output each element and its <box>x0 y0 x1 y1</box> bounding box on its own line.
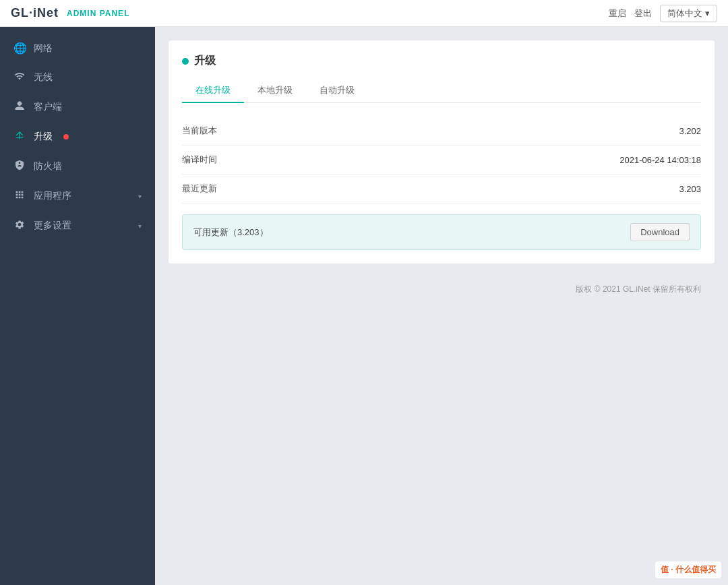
logo-text: GL·iNet <box>11 6 59 20</box>
latest-version-row: 最近更新 3.203 <box>182 175 701 204</box>
footer: 版权 © 2021 GL.iNet 保留所有权利 <box>169 277 715 302</box>
sidebar-label-clients: 客户端 <box>34 101 62 113</box>
compile-time-label: 编译时间 <box>182 154 217 166</box>
header-actions: 重启 登出 简体中文 ▾ <box>609 5 717 22</box>
compile-time-row: 编译时间 2021-06-24 14:03:18 <box>182 146 701 175</box>
compile-time-value: 2021-06-24 14:03:18 <box>619 155 701 165</box>
apps-icon <box>13 189 26 203</box>
update-available-label: 可用更新（3.203） <box>193 226 268 239</box>
admin-panel-label: ADMIN PANEL <box>67 9 129 18</box>
download-button[interactable]: Download <box>630 223 690 241</box>
sidebar-item-apps[interactable]: 应用程序 ▾ <box>0 181 155 211</box>
update-available-row: 可用更新（3.203） Download <box>182 214 701 250</box>
sidebar-label-upgrade: 升级 <box>34 131 53 143</box>
latest-version-value: 3.203 <box>679 184 701 194</box>
tab-auto-upgrade[interactable]: 自动升级 <box>306 79 368 103</box>
logout-button[interactable]: 登出 <box>634 7 652 20</box>
current-version-value: 3.202 <box>679 126 701 136</box>
sidebar-item-clients[interactable]: 客户端 <box>0 92 155 122</box>
upgrade-tabs: 在线升级 本地升级 自动升级 <box>182 79 701 103</box>
upgrade-card: 升级 在线升级 本地升级 自动升级 当前版本 3.202 编译时间 <box>169 40 715 264</box>
upgrade-icon <box>13 130 26 144</box>
apps-arrow-icon: ▾ <box>138 193 142 200</box>
restart-button[interactable]: 重启 <box>609 7 626 20</box>
sidebar-item-wireless[interactable]: 无线 <box>0 63 155 92</box>
sidebar-item-firewall[interactable]: 防火墙 <box>0 152 155 181</box>
sidebar: 🌐 网络 无线 客户端 升级 防火墙 <box>0 27 155 585</box>
more-arrow-icon: ▾ <box>138 222 142 230</box>
card-title: 升级 <box>182 54 701 68</box>
sidebar-label-apps: 应用程序 <box>34 190 71 202</box>
language-selector[interactable]: 简体中文 ▾ <box>660 5 717 22</box>
sidebar-item-network[interactable]: 🌐 网络 <box>0 34 155 63</box>
sidebar-label-more: 更多设置 <box>34 220 71 232</box>
firewall-icon <box>13 160 26 173</box>
sidebar-item-more[interactable]: 更多设置 ▾ <box>0 211 155 241</box>
main-content: 升级 在线升级 本地升级 自动升级 当前版本 3.202 编译时间 <box>155 27 728 585</box>
current-version-label: 当前版本 <box>182 125 217 137</box>
layout: 🌐 网络 无线 客户端 升级 防火墙 <box>0 27 728 585</box>
page-title: 升级 <box>194 54 216 68</box>
upgrade-badge <box>63 134 69 140</box>
sidebar-item-upgrade[interactable]: 升级 <box>0 122 155 152</box>
more-settings-icon <box>13 219 26 233</box>
sidebar-label-firewall: 防火墙 <box>34 160 62 173</box>
sidebar-label-wireless: 无线 <box>34 71 53 84</box>
watermark: 值 · 什么值得买 <box>655 561 721 578</box>
wireless-icon <box>13 71 26 84</box>
sidebar-label-network: 网络 <box>34 42 53 55</box>
tab-online-upgrade[interactable]: 在线升级 <box>182 79 244 103</box>
clients-icon <box>13 100 26 114</box>
current-version-row: 当前版本 3.202 <box>182 117 701 146</box>
copyright-text: 版权 © 2021 GL.iNet 保留所有权利 <box>576 284 701 294</box>
header: GL·iNet ADMIN PANEL 重启 登出 简体中文 ▾ <box>0 0 728 27</box>
logo: GL·iNet ADMIN PANEL <box>11 6 129 20</box>
title-dot <box>182 58 189 65</box>
latest-version-label: 最近更新 <box>182 183 217 195</box>
tab-local-upgrade[interactable]: 本地升级 <box>244 79 306 103</box>
network-icon: 🌐 <box>13 42 26 55</box>
